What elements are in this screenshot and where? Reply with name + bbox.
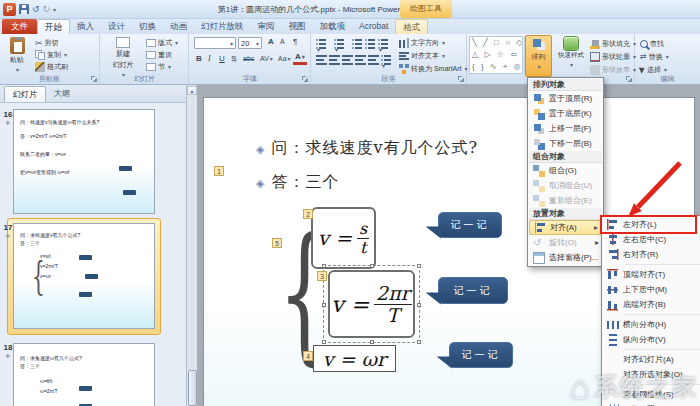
submenu-item-align-right[interactable]: 右对齐(R) [603,247,700,262]
font-color-button[interactable]: A [293,52,307,65]
submenu-item-distribute-vertically[interactable]: 纵向分布(V) [603,332,700,347]
tab-transitions[interactable]: 切换 [132,19,163,34]
submenu-item-distribute-horizontally[interactable]: 横向分布(H) [603,317,700,332]
menu-item-selection-pane[interactable]: 选择窗格(P)... [529,250,602,265]
selection-handle[interactable] [417,303,421,307]
font-dialog-launcher[interactable] [302,76,308,82]
clipboard-dialog-launcher[interactable] [91,76,97,82]
panel-scrollbar[interactable]: ▲ [186,85,197,406]
find-button[interactable]: 查找 [640,38,664,49]
submenu-item-align-middle[interactable]: 上下居中(M) [603,282,700,297]
tab-view[interactable]: 视图 [282,19,313,34]
align-center-button[interactable] [329,54,340,65]
tab-design[interactable]: 设计 [101,19,132,34]
strikethrough-button[interactable]: abc [241,52,256,65]
numbered-tag[interactable]: 5 [272,238,282,248]
tab-format[interactable]: 格式 [395,19,428,34]
cut-button[interactable]: 剪切 [35,37,59,48]
selection-handle[interactable] [322,340,326,344]
submenu-item-align-to-slide[interactable]: 对齐幻灯片(A) [603,352,700,367]
submenu-item-grid-settings[interactable]: 网格设置(G)... [603,402,700,406]
phonetic-guide-button[interactable]: ¶ [291,35,299,48]
character-spacing-button[interactable]: AV [258,52,275,66]
tab-slideshow[interactable]: 幻灯片放映 [194,19,251,34]
bullets-button[interactable] [316,38,327,49]
tab-file[interactable]: 文件 [2,19,37,34]
selection-handle[interactable] [322,303,326,307]
submenu-item-align-bottom[interactable]: 底端对齐(B) [603,297,700,312]
undo-icon[interactable]: ↺ [32,4,40,14]
copy-button[interactable]: 复制 [35,49,67,60]
selection-handle[interactable] [322,264,326,268]
font-name-combo[interactable] [194,37,236,49]
italic-button[interactable]: I [206,52,213,65]
distribute-text-button[interactable] [368,54,379,65]
shape-effects-button[interactable]: 形状效果 [590,64,636,75]
selection-handle[interactable] [417,340,421,344]
tab-outline[interactable]: 大纲 [46,86,78,102]
new-slide-button[interactable]: 新建 幻灯片 [105,35,141,78]
save-icon[interactable] [19,4,29,14]
menu-item-send-backward[interactable]: 下移一层(B) [529,136,602,151]
formula-box-v-2pirT[interactable]: v = 2πrT [328,270,415,338]
columns-button[interactable] [381,54,392,65]
format-painter-button[interactable]: 格式刷 [35,61,68,72]
align-right-button[interactable] [342,54,353,65]
numbered-tag[interactable]: 4 [303,351,313,361]
font-size-combo[interactable]: 20 [238,37,262,49]
submenu-item-view-gridlines[interactable]: 查看网格线(S) [603,387,700,402]
underline-button[interactable]: U [217,52,227,65]
menu-item-align[interactable]: 对齐(A) [529,220,602,235]
slide-thumbnail-17[interactable]: 问：求线速度v有几个公式? 答：三个 { v=s/t v=2πr/T v=ωr [13,223,155,329]
shape-fill-button[interactable]: 形状填充 [590,38,636,49]
formula-box-v-st[interactable]: v = st [311,207,376,269]
submenu-item-align-top[interactable]: 顶端对齐(T) [603,267,700,282]
justify-button[interactable] [355,54,366,65]
menu-item-bring-to-front[interactable]: 置于顶层(R) [529,91,602,106]
slide-thumbnail-18[interactable]: 问：求角速度ω有几个公式? 答：三个 ω=θ/t ω=2π/T [13,343,155,406]
memo-bubble[interactable]: 记一记 [438,212,502,238]
submenu-item-align-selected-objects[interactable]: 对齐所选对象(O) [603,367,700,382]
slide-thumbnail-16[interactable]: 问：线速度v与角速度ω有什么关系? 答：v=2πr/T ω=2π/T 联系二者的… [13,109,155,214]
paste-button[interactable]: 粘贴 [3,35,31,73]
drawing-dialog-launcher[interactable] [626,76,632,82]
arrange-button[interactable]: 排列 [525,35,552,77]
scrollbar-thumb[interactable] [188,370,197,406]
tab-addins[interactable]: 加载项 [313,19,353,34]
text-shadow-button[interactable]: S [229,52,238,65]
selection-handle[interactable] [370,340,374,344]
shapes-gallery[interactable]: ╲ ╱ □ ○ ◇ △ ▷ ☆ ⇦ ⇨ { } ∿ + ◎ [469,36,523,74]
numbered-tag[interactable]: 3 [317,271,327,281]
shrink-font-button[interactable]: A [278,35,287,48]
replace-button[interactable]: 替换 [640,51,669,62]
text-direction-button[interactable]: 文字方向 [399,37,445,48]
formula-box-v-wr[interactable]: v = ωr [313,345,396,372]
slide-answer-text[interactable]: ◈答：三个 [256,172,339,193]
tab-review[interactable]: 审阅 [251,19,282,34]
selection-handle[interactable] [370,264,374,268]
powerpoint-app-icon[interactable]: P [3,3,16,16]
menu-item-send-to-back[interactable]: 置于底层(K) [529,106,602,121]
layout-button[interactable]: 版式 [146,37,178,48]
tab-acrobat[interactable]: Acrobat [352,19,395,34]
grow-font-button[interactable]: A [266,35,276,48]
shape-outline-button[interactable]: 形状轮廓 [590,51,636,62]
tab-slides-thumbnails[interactable]: 幻灯片 [4,86,46,102]
numbered-tag[interactable]: 1 [214,166,224,176]
paragraph-dialog-launcher[interactable] [458,76,464,82]
change-case-button[interactable]: Aa [276,52,293,66]
align-text-button[interactable]: 对齐文本 [399,50,445,61]
submenu-item-align-center[interactable]: 左右居中(C) [603,232,700,247]
selection-handle[interactable] [417,264,421,268]
decrease-indent-button[interactable] [352,38,363,49]
convert-smartart-button[interactable]: 转换为 SmartArt [399,63,468,74]
quick-styles-button[interactable]: 快速样式 [555,35,587,68]
reset-button[interactable]: 重设 [146,49,172,60]
slide-question-text[interactable]: ◈问：求线速度v有几个公式? [256,138,478,159]
memo-bubble[interactable]: 记一记 [449,342,513,368]
tab-animations[interactable]: 动画 [163,19,194,34]
scroll-up-icon[interactable]: ▲ [187,86,197,95]
tab-insert[interactable]: 插入 [70,19,101,34]
bold-button[interactable]: B [194,52,204,65]
tab-home[interactable]: 开始 [37,19,70,34]
